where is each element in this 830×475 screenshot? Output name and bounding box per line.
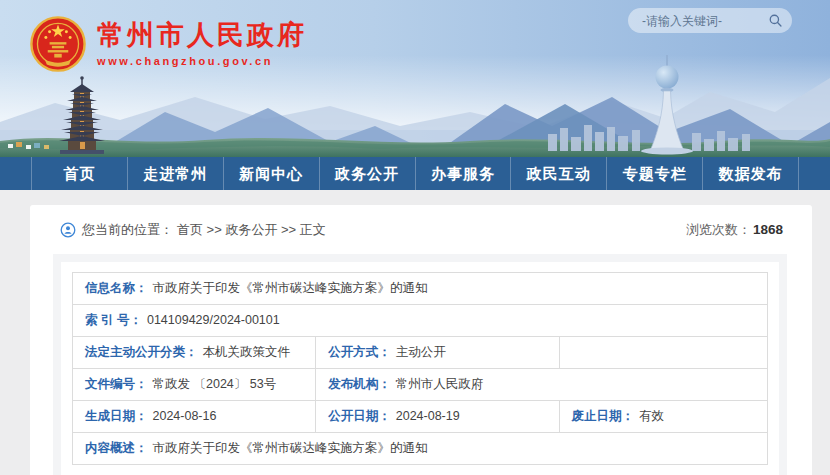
nav-label: 走进常州	[143, 165, 207, 182]
field-value: 市政府关于印发《常州市碳达峰实施方案》的通知	[153, 441, 428, 455]
site-url: www.changzhou.gov.cn	[97, 55, 307, 67]
cell-publish-date: 公开日期：2024-08-19	[316, 401, 559, 433]
table-row: 内容概述：市政府关于印发《常州市碳达峰实施方案》的通知	[73, 433, 768, 465]
location-person-icon	[60, 222, 76, 238]
nav-item-topics[interactable]: 专题专栏	[606, 157, 702, 190]
field-value: 2024-08-19	[396, 409, 460, 423]
nav-item-home[interactable]: 首页	[31, 157, 127, 190]
field-label: 公开方式：	[328, 345, 391, 359]
field-value: 常政发 〔2024〕 53号	[153, 377, 277, 391]
nav-label: 办事服务	[431, 165, 495, 182]
nav-label: 政民互动	[527, 165, 591, 182]
cell-summary: 内容概述：市政府关于印发《常州市碳达峰实施方案》的通知	[73, 433, 768, 465]
cell-category: 法定主动公开分类：本机关政策文件	[73, 337, 316, 369]
nav-label: 新闻中心	[239, 165, 303, 182]
info-panel-inner: 信息名称：市政府关于印发《常州市碳达峰实施方案》的通知 索 引 号：014109…	[61, 262, 779, 475]
nav-item-gov-info[interactable]: 政务公开	[319, 157, 415, 190]
field-label: 发布机构：	[328, 377, 391, 391]
view-counter-value: 1868	[753, 222, 783, 237]
search-icon[interactable]	[768, 13, 783, 28]
cell-info-name: 信息名称：市政府关于印发《常州市碳达峰实施方案》的通知	[73, 273, 768, 305]
site-title: 常州市人民政府	[97, 21, 307, 51]
cell-empty	[559, 337, 768, 369]
site-logo-block[interactable]: 常州市人民政府 www.changzhou.gov.cn	[30, 16, 307, 72]
document-info-table: 信息名称：市政府关于印发《常州市碳达峰实施方案》的通知 索 引 号：014109…	[72, 272, 768, 465]
field-value: 主动公开	[396, 345, 446, 359]
field-value: 014109429/2024-00101	[147, 313, 280, 327]
nav-label: 政务公开	[335, 165, 399, 182]
field-label: 法定主动公开分类：	[85, 345, 198, 359]
nav-label: 首页	[63, 165, 95, 182]
nav-item-services[interactable]: 办事服务	[415, 157, 511, 190]
table-row: 信息名称：市政府关于印发《常州市碳达峰实施方案》的通知	[73, 273, 768, 305]
table-row: 文件编号：常政发 〔2024〕 53号 发布机构：常州市人民政府	[73, 369, 768, 401]
search-box[interactable]	[628, 8, 792, 33]
field-label: 文件编号：	[85, 377, 148, 391]
info-panel: 信息名称：市政府关于印发《常州市碳达峰实施方案》的通知 索 引 号：014109…	[53, 254, 787, 475]
nav-item-news[interactable]: 新闻中心	[223, 157, 319, 190]
cell-public-method: 公开方式：主动公开	[316, 337, 559, 369]
cell-index-no: 索 引 号：014109429/2024-00101	[73, 305, 768, 337]
table-row: 索 引 号：014109429/2024-00101	[73, 305, 768, 337]
cell-create-date: 生成日期：2024-08-16	[73, 401, 316, 433]
field-label: 生成日期：	[85, 409, 148, 423]
breadcrumb-prefix: 您当前的位置：	[82, 221, 173, 239]
cell-publisher: 发布机构：常州市人民政府	[316, 369, 768, 401]
breadcrumb-row: 您当前的位置： 首页 >> 政务公开 >> 正文 浏览次数：1868	[53, 218, 787, 242]
field-label: 内容概述：	[85, 441, 148, 455]
field-label: 公开日期：	[328, 409, 391, 423]
breadcrumb: 您当前的位置： 首页 >> 政务公开 >> 正文	[60, 221, 326, 239]
national-emblem-icon	[30, 16, 86, 72]
field-value: 市政府关于印发《常州市碳达峰实施方案》的通知	[153, 281, 428, 295]
field-value: 2024-08-16	[153, 409, 217, 423]
field-label: 信息名称：	[85, 281, 148, 295]
content-card: 您当前的位置： 首页 >> 政务公开 >> 正文 浏览次数：1868 信息名称：…	[30, 205, 812, 475]
cell-doc-no: 文件编号：常政发 〔2024〕 53号	[73, 369, 316, 401]
breadcrumb-path[interactable]: 首页 >> 政务公开 >> 正文	[177, 221, 326, 239]
nav-item-interaction[interactable]: 政民互动	[510, 157, 606, 190]
nav-item-data[interactable]: 数据发布	[702, 157, 799, 190]
nav-label: 数据发布	[719, 165, 783, 182]
view-counter: 浏览次数：1868	[686, 221, 783, 239]
field-label: 索 引 号：	[85, 313, 142, 327]
field-label: 废止日期：	[572, 409, 635, 423]
table-row: 生成日期：2024-08-16 公开日期：2024-08-19 废止日期：有效	[73, 401, 768, 433]
search-input[interactable]	[640, 13, 768, 29]
table-row: 法定主动公开分类：本机关政策文件 公开方式：主动公开	[73, 337, 768, 369]
site-header-banner: 常州市人民政府 www.changzhou.gov.cn	[0, 0, 830, 157]
field-value: 本机关政策文件	[203, 345, 291, 359]
view-counter-label: 浏览次数：	[686, 222, 751, 237]
field-value: 常州市人民政府	[396, 377, 484, 391]
nav-item-about[interactable]: 走进常州	[127, 157, 223, 190]
cell-expire-date: 废止日期：有效	[559, 401, 768, 433]
nav-label: 专题专栏	[623, 165, 687, 182]
field-value: 有效	[639, 409, 664, 423]
main-nav: 首页 走进常州 新闻中心 政务公开 办事服务 政民互动 专题专栏 数据发布	[0, 157, 830, 190]
